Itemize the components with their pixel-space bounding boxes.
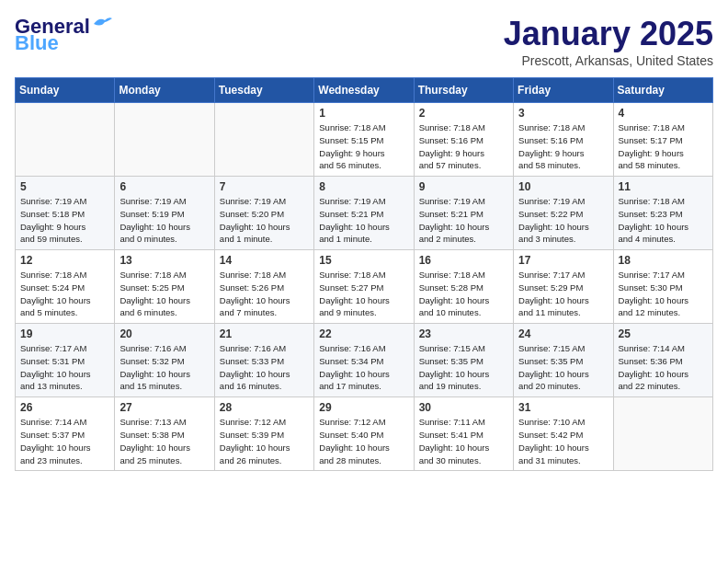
day-info: Sunrise: 7:18 AMSunset: 5:17 PMDaylight:… — [619, 121, 708, 172]
day-number: 2 — [419, 107, 508, 120]
calendar-cell: 8Sunrise: 7:19 AMSunset: 5:21 PMDaylight… — [314, 177, 414, 250]
calendar-cell: 23Sunrise: 7:15 AMSunset: 5:35 PMDayligh… — [414, 324, 513, 397]
day-number: 19 — [20, 327, 109, 340]
day-number: 1 — [319, 107, 408, 120]
day-number: 27 — [119, 401, 209, 414]
calendar-cell: 9Sunrise: 7:19 AMSunset: 5:21 PMDaylight… — [414, 177, 513, 250]
day-info: Sunrise: 7:19 AMSunset: 5:22 PMDaylight:… — [518, 195, 608, 246]
day-info: Sunrise: 7:13 AMSunset: 5:38 PMDaylight:… — [119, 416, 209, 466]
day-info: Sunrise: 7:18 AMSunset: 5:24 PMDaylight:… — [20, 269, 109, 319]
day-info: Sunrise: 7:18 AMSunset: 5:15 PMDaylight:… — [319, 121, 408, 172]
title-block: January 2025 Prescott, Arkansas, United … — [504, 15, 713, 68]
calendar-cell: 19Sunrise: 7:17 AMSunset: 5:31 PMDayligh… — [16, 324, 115, 397]
day-number: 28 — [220, 401, 309, 414]
day-info: Sunrise: 7:18 AMSunset: 5:16 PMDaylight:… — [518, 121, 608, 172]
weekday-header: Wednesday — [314, 78, 414, 103]
day-info: Sunrise: 7:18 AMSunset: 5:25 PMDaylight:… — [119, 269, 209, 319]
day-number: 4 — [619, 107, 708, 120]
calendar-cell: 16Sunrise: 7:18 AMSunset: 5:28 PMDayligh… — [414, 250, 513, 324]
day-info: Sunrise: 7:16 AMSunset: 5:32 PMDaylight:… — [119, 342, 209, 393]
logo: General Blue — [15, 15, 112, 55]
day-info: Sunrise: 7:14 AMSunset: 5:37 PMDaylight:… — [20, 416, 109, 466]
day-number: 11 — [619, 180, 708, 193]
day-info: Sunrise: 7:15 AMSunset: 5:35 PMDaylight:… — [419, 342, 508, 393]
calendar-cell — [214, 103, 313, 177]
day-info: Sunrise: 7:17 AMSunset: 5:29 PMDaylight:… — [518, 269, 608, 319]
day-info: Sunrise: 7:15 AMSunset: 5:35 PMDaylight:… — [518, 342, 608, 393]
calendar-cell: 10Sunrise: 7:19 AMSunset: 5:22 PMDayligh… — [514, 177, 613, 250]
day-number: 21 — [220, 327, 309, 340]
calendar-cell — [613, 397, 712, 471]
calendar-cell: 18Sunrise: 7:17 AMSunset: 5:30 PMDayligh… — [613, 250, 712, 324]
day-number: 14 — [220, 254, 309, 267]
day-number: 20 — [119, 327, 209, 340]
calendar-cell: 22Sunrise: 7:16 AMSunset: 5:34 PMDayligh… — [314, 324, 414, 397]
day-number: 29 — [319, 401, 408, 414]
calendar-week-row: 12Sunrise: 7:18 AMSunset: 5:24 PMDayligh… — [16, 250, 713, 324]
weekday-header: Tuesday — [214, 78, 313, 103]
day-number: 23 — [419, 327, 508, 340]
weekday-header: Friday — [514, 78, 613, 103]
day-number: 30 — [419, 401, 508, 414]
day-info: Sunrise: 7:14 AMSunset: 5:36 PMDaylight:… — [619, 342, 708, 393]
day-number: 12 — [20, 254, 109, 267]
day-number: 9 — [419, 180, 508, 193]
calendar-cell: 1Sunrise: 7:18 AMSunset: 5:15 PMDaylight… — [314, 103, 414, 177]
calendar-cell: 15Sunrise: 7:18 AMSunset: 5:27 PMDayligh… — [314, 250, 414, 324]
calendar-week-row: 1Sunrise: 7:18 AMSunset: 5:15 PMDaylight… — [16, 103, 713, 177]
month-title: January 2025 — [504, 15, 713, 53]
day-number: 17 — [518, 254, 608, 267]
calendar-cell: 26Sunrise: 7:14 AMSunset: 5:37 PMDayligh… — [16, 397, 115, 471]
calendar-cell: 4Sunrise: 7:18 AMSunset: 5:17 PMDaylight… — [613, 103, 712, 177]
calendar-cell: 29Sunrise: 7:12 AMSunset: 5:40 PMDayligh… — [314, 397, 414, 471]
calendar-cell: 11Sunrise: 7:18 AMSunset: 5:23 PMDayligh… — [613, 177, 712, 250]
day-number: 16 — [419, 254, 508, 267]
calendar-cell: 3Sunrise: 7:18 AMSunset: 5:16 PMDaylight… — [514, 103, 613, 177]
day-number: 3 — [518, 107, 608, 120]
weekday-header: Monday — [115, 78, 214, 103]
day-number: 15 — [319, 254, 408, 267]
calendar-cell: 31Sunrise: 7:10 AMSunset: 5:42 PMDayligh… — [514, 397, 613, 471]
day-number: 10 — [518, 180, 608, 193]
day-info: Sunrise: 7:17 AMSunset: 5:30 PMDaylight:… — [619, 269, 708, 319]
day-number: 18 — [619, 254, 708, 267]
day-number: 6 — [119, 180, 209, 193]
day-number: 24 — [518, 327, 608, 340]
calendar-cell: 7Sunrise: 7:19 AMSunset: 5:20 PMDaylight… — [214, 177, 313, 250]
logo-blue-text: Blue — [15, 31, 59, 55]
day-info: Sunrise: 7:19 AMSunset: 5:19 PMDaylight:… — [119, 195, 209, 246]
day-number: 5 — [20, 180, 109, 193]
calendar-cell: 12Sunrise: 7:18 AMSunset: 5:24 PMDayligh… — [16, 250, 115, 324]
day-number: 22 — [319, 327, 408, 340]
day-info: Sunrise: 7:19 AMSunset: 5:21 PMDaylight:… — [419, 195, 508, 246]
day-info: Sunrise: 7:19 AMSunset: 5:20 PMDaylight:… — [220, 195, 309, 246]
location-text: Prescott, Arkansas, United States — [504, 53, 713, 68]
calendar-cell: 25Sunrise: 7:14 AMSunset: 5:36 PMDayligh… — [613, 324, 712, 397]
day-info: Sunrise: 7:12 AMSunset: 5:39 PMDaylight:… — [220, 416, 309, 466]
day-info: Sunrise: 7:17 AMSunset: 5:31 PMDaylight:… — [20, 342, 109, 393]
day-number: 25 — [619, 327, 708, 340]
calendar-table: SundayMondayTuesdayWednesdayThursdayFrid… — [15, 77, 713, 471]
day-info: Sunrise: 7:12 AMSunset: 5:40 PMDaylight:… — [319, 416, 408, 466]
calendar-cell: 17Sunrise: 7:17 AMSunset: 5:29 PMDayligh… — [514, 250, 613, 324]
weekday-header: Sunday — [16, 78, 115, 103]
day-info: Sunrise: 7:19 AMSunset: 5:21 PMDaylight:… — [319, 195, 408, 246]
calendar-cell — [16, 103, 115, 177]
day-info: Sunrise: 7:11 AMSunset: 5:41 PMDaylight:… — [419, 416, 508, 466]
calendar-cell: 21Sunrise: 7:16 AMSunset: 5:33 PMDayligh… — [214, 324, 313, 397]
calendar-cell: 30Sunrise: 7:11 AMSunset: 5:41 PMDayligh… — [414, 397, 513, 471]
logo-bird-icon — [92, 15, 112, 31]
calendar-cell: 27Sunrise: 7:13 AMSunset: 5:38 PMDayligh… — [115, 397, 214, 471]
day-info: Sunrise: 7:16 AMSunset: 5:33 PMDaylight:… — [220, 342, 309, 393]
weekday-header: Thursday — [414, 78, 513, 103]
calendar-cell: 5Sunrise: 7:19 AMSunset: 5:18 PMDaylight… — [16, 177, 115, 250]
calendar-cell: 14Sunrise: 7:18 AMSunset: 5:26 PMDayligh… — [214, 250, 313, 324]
day-info: Sunrise: 7:18 AMSunset: 5:28 PMDaylight:… — [419, 269, 508, 319]
calendar-week-row: 5Sunrise: 7:19 AMSunset: 5:18 PMDaylight… — [16, 177, 713, 250]
calendar-week-row: 26Sunrise: 7:14 AMSunset: 5:37 PMDayligh… — [16, 397, 713, 471]
calendar-cell: 20Sunrise: 7:16 AMSunset: 5:32 PMDayligh… — [115, 324, 214, 397]
day-info: Sunrise: 7:18 AMSunset: 5:16 PMDaylight:… — [419, 121, 508, 172]
calendar-cell: 13Sunrise: 7:18 AMSunset: 5:25 PMDayligh… — [115, 250, 214, 324]
day-info: Sunrise: 7:18 AMSunset: 5:26 PMDaylight:… — [220, 269, 309, 319]
weekday-header-row: SundayMondayTuesdayWednesdayThursdayFrid… — [16, 78, 713, 103]
